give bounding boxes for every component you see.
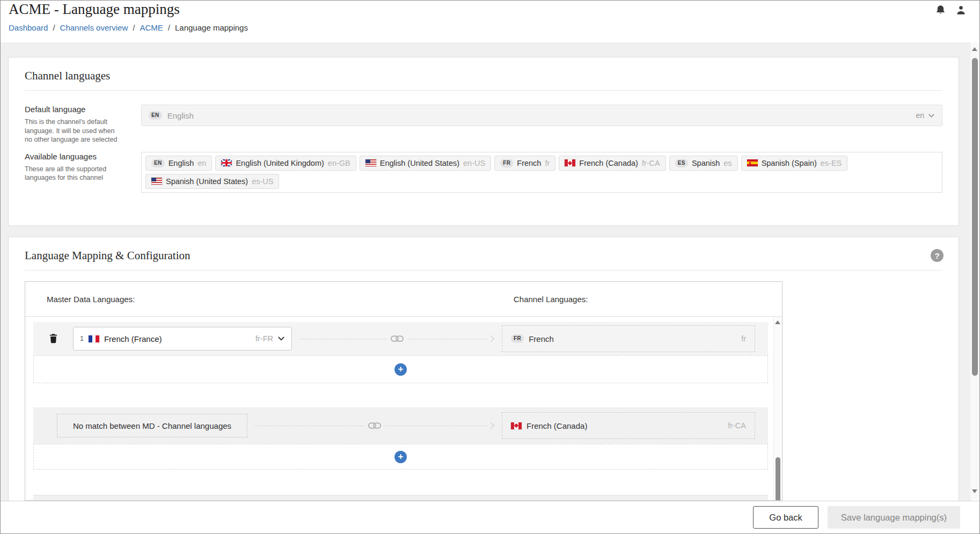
default-language-label-col: Default language This is the channel's d… — [25, 105, 141, 144]
language-code-badge: EN — [149, 111, 162, 120]
scrollbar-thumb[interactable] — [776, 457, 780, 500]
app-window: ACME - Language mappings Dashboard / Cha… — [0, 0, 980, 534]
channel-language-box[interactable]: FR French fr — [502, 325, 755, 352]
language-tag: EN English en — [145, 156, 212, 171]
language-tag-name: French — [517, 159, 541, 167]
breadcrumb-acme[interactable]: ACME — [140, 23, 163, 32]
spain-flag-icon — [747, 159, 758, 166]
mapping-connector — [299, 332, 494, 346]
language-mapping-header: Language Mapping & Configuration ? — [25, 249, 942, 270]
default-language-code-area: en — [916, 111, 935, 120]
scroll-up-arrow-icon[interactable] — [972, 47, 977, 51]
language-code-badge: EN — [151, 159, 165, 167]
language-tag-name: English (United Kingdom) — [236, 159, 324, 167]
page-title: ACME - Language mappings — [9, 1, 180, 18]
channel-language-name: French (Canada) — [526, 421, 587, 430]
language-tag-name: English (United States) — [380, 159, 459, 167]
mapping-table: Master Data Languages: Channel Languages… — [25, 281, 782, 501]
channel-language-box[interactable]: French (Canada) fr-CA — [502, 412, 755, 439]
add-mapping-zone: + — [33, 355, 768, 383]
action-footer: Go back Save language mapping(s) — [1, 501, 979, 533]
language-tag-code: en-GB — [328, 159, 350, 167]
add-mapping-zone: + — [33, 444, 768, 470]
mapping-connector — [255, 419, 494, 433]
trash-icon — [48, 338, 59, 346]
uk-flag-icon — [221, 159, 232, 166]
language-tag: English (United States) en-US — [360, 156, 491, 171]
notifications-bell-icon[interactable] — [934, 4, 947, 17]
language-tag: ES Spanish es — [669, 156, 738, 171]
available-languages-list: EN English en English (United Kingdom) e… — [141, 152, 942, 193]
france-flag-icon — [89, 335, 99, 342]
language-tag-name: Spanish (United States) — [166, 177, 248, 186]
default-language-description: This is the channel's default language. … — [25, 118, 120, 144]
breadcrumb-channels-overview[interactable]: Channels overview — [60, 23, 128, 32]
app-header: ACME - Language mappings Dashboard / Cha… — [1, 1, 979, 42]
help-icon[interactable]: ? — [931, 249, 944, 262]
scrollbar-thumb[interactable] — [972, 58, 978, 376]
master-language-select[interactable]: 1 French (France) fr-FR — [73, 327, 292, 350]
language-tag-code: en — [198, 159, 206, 167]
connector-arrow-icon — [487, 422, 494, 429]
language-mapping-title: Language Mapping & Configuration — [25, 249, 942, 262]
breadcrumb-dashboard[interactable]: Dashboard — [9, 23, 48, 32]
language-tag: FR French fr — [494, 156, 555, 171]
language-tag-code: es — [723, 159, 732, 167]
mapping-row-index: 1 — [80, 335, 84, 342]
master-language-code-area: fr-FR — [255, 334, 285, 343]
breadcrumb-separator: / — [53, 23, 55, 32]
master-language-name: French (France) — [104, 334, 162, 343]
us-flag-icon — [151, 178, 162, 185]
channel-languages-title: Channel languages — [25, 69, 942, 83]
language-tag: Spanish (United States) es-US — [145, 174, 279, 189]
language-tag-name: French (Canada) — [579, 159, 638, 167]
available-languages-row: Available languages These are all the su… — [9, 152, 959, 193]
scroll-up-arrow-icon[interactable] — [775, 320, 780, 324]
language-tag: French (Canada) fr-CA — [559, 156, 665, 171]
language-tag-name: Spanish — [692, 159, 720, 167]
canada-flag-icon — [511, 422, 522, 429]
language-mapping-card: Language Mapping & Configuration ? Maste… — [8, 237, 959, 502]
available-languages-label: Available languages — [25, 152, 135, 161]
language-code-badge: ES — [675, 159, 688, 167]
channel-languages-column-header: Channel Languages: — [514, 295, 588, 304]
mapping-scroll-area: 1 French (France) fr-FR — [25, 316, 782, 500]
us-flag-icon — [365, 159, 376, 166]
language-tag-code: fr — [545, 159, 550, 167]
breadcrumb-current: Language mappings — [175, 23, 248, 32]
link-chain-icon — [365, 422, 385, 429]
content-area: Channel languages Default language This … — [1, 42, 971, 502]
channel-languages-card: Channel languages Default language This … — [8, 57, 959, 226]
language-tag: English (United Kingdom) en-GB — [215, 156, 356, 171]
breadcrumb: Dashboard / Channels overview / ACME / L… — [9, 23, 248, 32]
language-tag-name: Spanish (Spain) — [762, 159, 817, 167]
connector-arrow-icon — [487, 335, 494, 342]
user-account-icon[interactable] — [955, 4, 968, 17]
mapping-list-scrollbar[interactable] — [773, 317, 782, 500]
page-scrollbar[interactable] — [970, 42, 979, 500]
channel-language-code: fr-CA — [728, 421, 746, 430]
channel-languages-header: Channel languages — [25, 69, 942, 91]
save-language-mappings-button[interactable]: Save language mapping(s) — [828, 506, 960, 529]
language-tag-code: es-ES — [821, 159, 842, 167]
link-chain-icon — [387, 335, 407, 342]
channel-language-name: French — [529, 334, 554, 343]
add-mapping-button[interactable]: + — [394, 363, 407, 376]
mapping-column-headers: Master Data Languages: Channel Languages… — [25, 282, 782, 316]
mapping-row: No match between MD - Channel languages — [33, 407, 768, 444]
delete-mapping-button[interactable] — [47, 332, 59, 345]
no-match-placeholder: No match between MD - Channel languages — [57, 414, 247, 437]
mapping-row-partial — [33, 495, 768, 500]
chevron-down-icon — [277, 334, 285, 343]
default-language-select[interactable]: EN English en — [141, 105, 942, 126]
scroll-down-arrow-icon[interactable] — [972, 489, 977, 493]
go-back-button[interactable]: Go back — [753, 506, 818, 529]
breadcrumb-separator: / — [168, 23, 170, 32]
default-language-value: English — [167, 111, 194, 120]
chevron-down-icon — [928, 111, 935, 120]
master-language-code: fr-FR — [255, 334, 273, 343]
channel-language-code: fr — [741, 334, 746, 343]
language-tag-code: es-US — [252, 177, 273, 186]
add-mapping-button[interactable]: + — [394, 451, 407, 463]
language-tag: Spanish (Spain) es-ES — [741, 156, 848, 171]
